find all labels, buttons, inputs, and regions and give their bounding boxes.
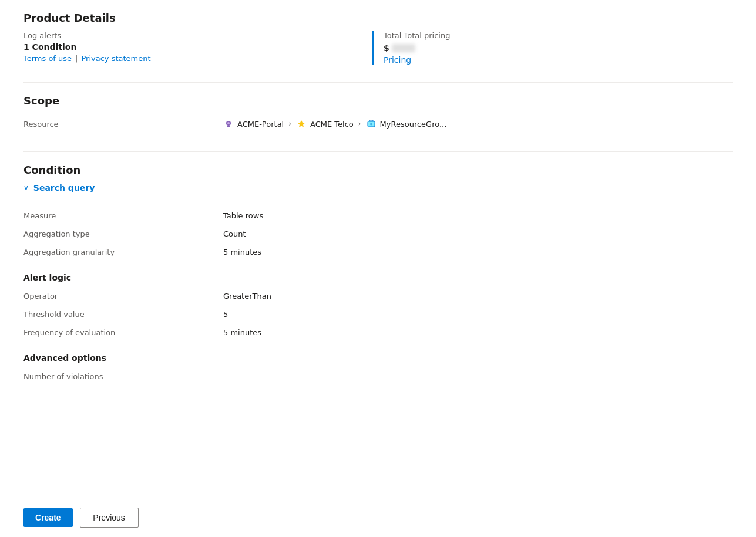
measure-label: Measure	[23, 211, 223, 220]
product-col-left: Log alerts 1 Condition Terms of use | Pr…	[23, 31, 372, 65]
price-blur	[392, 44, 415, 52]
operator-field-row: Operator GreaterThan	[23, 287, 733, 305]
operator-label: Operator	[23, 292, 223, 300]
create-button[interactable]: Create	[23, 508, 73, 527]
footer: Create Previous	[0, 498, 756, 537]
resource-field-row: Resource ACME-Portal ›	[23, 114, 733, 134]
product-details-section: Product Details Log alerts 1 Condition T…	[23, 12, 733, 65]
violations-label: Number of violations	[23, 372, 223, 381]
svg-point-6	[370, 123, 372, 126]
resource-chain: ACME-Portal › ACME Telco ›	[223, 119, 446, 129]
measure-field-row: Measure Table rows	[23, 207, 733, 225]
threshold-label: Threshold value	[23, 310, 223, 319]
search-query-label[interactable]: Search query	[33, 183, 95, 192]
frequency-field-row: Frequency of evaluation 5 minutes	[23, 323, 733, 342]
dollar-sign: $	[384, 43, 389, 53]
pricing-amount: $	[384, 43, 733, 53]
resource-item-3: MyResourceGro...	[366, 119, 447, 129]
terms-of-use-link[interactable]: Terms of use	[23, 54, 72, 63]
collapse-icon: ∨	[23, 184, 29, 192]
acme-telco-name: ACME Telco	[310, 120, 354, 129]
acme-portal-icon	[223, 119, 234, 129]
condition-section: Condition ∨ Search query Measure Table r…	[23, 164, 733, 386]
frequency-label: Frequency of evaluation	[23, 328, 223, 337]
product-details-title: Product Details	[23, 12, 733, 24]
threshold-value: 5	[223, 310, 733, 319]
svg-point-1	[227, 126, 230, 127]
condition-fields: Measure Table rows Aggregation type Coun…	[23, 207, 733, 261]
violations-field-row: Number of violations	[23, 367, 733, 386]
myresourcegroup-name: MyResourceGro...	[380, 120, 447, 129]
log-alerts-label: Log alerts	[23, 31, 372, 40]
aggregation-granularity-field-row: Aggregation granularity 5 minutes	[23, 243, 733, 261]
condition-count: 1 Condition	[23, 42, 372, 52]
scope-section: Scope Resource ACME-Portal	[23, 94, 733, 134]
divider-1	[23, 82, 733, 83]
aggregation-type-field-row: Aggregation type Count	[23, 225, 733, 243]
search-query-row[interactable]: ∨ Search query	[23, 183, 733, 192]
aggregation-granularity-value: 5 minutes	[223, 248, 733, 256]
acme-portal-name: ACME-Portal	[237, 120, 284, 129]
measure-value: Table rows	[223, 211, 733, 220]
aggregation-granularity-label: Aggregation granularity	[23, 248, 223, 256]
chevron-1: ›	[288, 120, 291, 128]
pricing-link[interactable]: Pricing	[384, 55, 411, 65]
frequency-value: 5 minutes	[223, 328, 733, 337]
aggregation-type-value: Count	[223, 229, 733, 238]
threshold-field-row: Threshold value 5	[23, 305, 733, 323]
total-pricing-label: Total Total pricing	[384, 31, 733, 40]
divider-2	[23, 151, 733, 152]
svg-point-2	[227, 122, 230, 124]
privacy-statement-link[interactable]: Privacy statement	[81, 54, 150, 63]
separator: |	[75, 54, 78, 63]
alert-logic-title: Alert logic	[23, 273, 733, 282]
resource-item-1: ACME-Portal	[223, 119, 284, 129]
product-col-right: Total Total pricing $ Pricing	[372, 31, 733, 65]
acme-telco-icon	[296, 119, 307, 129]
resource-label: Resource	[23, 120, 223, 129]
chevron-2: ›	[358, 120, 361, 128]
links-row: Terms of use | Privacy statement	[23, 54, 372, 63]
operator-value: GreaterThan	[223, 292, 733, 300]
myresourcegroup-icon	[366, 119, 377, 129]
aggregation-type-label: Aggregation type	[23, 229, 223, 238]
resource-value: ACME-Portal › ACME Telco ›	[223, 119, 733, 129]
scope-title: Scope	[23, 94, 733, 107]
condition-title: Condition	[23, 164, 733, 176]
resource-item-2: ACME Telco	[296, 119, 354, 129]
svg-marker-3	[298, 120, 305, 127]
previous-button[interactable]: Previous	[80, 508, 139, 528]
advanced-options-title: Advanced options	[23, 353, 733, 363]
